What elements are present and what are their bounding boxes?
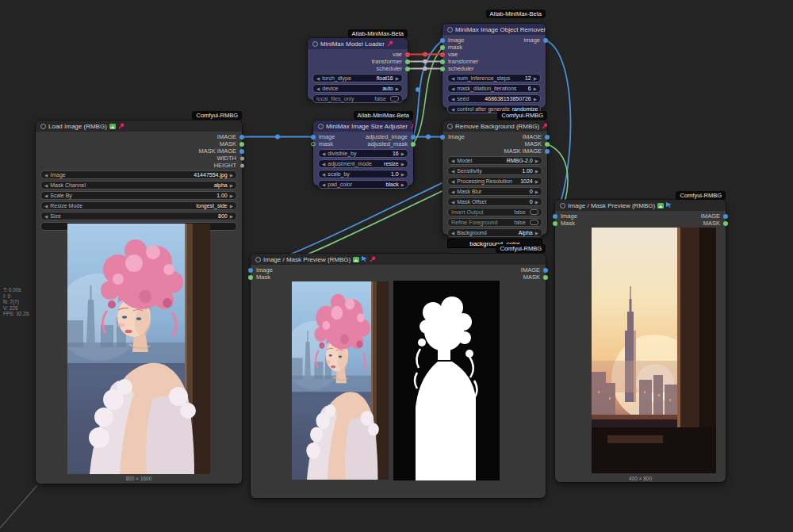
collapse-dot-icon[interactable] (312, 41, 318, 47)
right-arrow-icon[interactable] (535, 169, 538, 174)
right-arrow-icon[interactable] (396, 86, 399, 91)
left-arrow-icon[interactable] (44, 173, 48, 178)
slot-row-image[interactable]: ImageIMAGE (251, 266, 546, 274)
left-arrow-icon[interactable] (451, 107, 454, 112)
node-load-image-rmbg[interactable]: Load Image (RMBG) IMAGE MASK MASK IMAGE … (36, 121, 242, 484)
slot-dot[interactable] (239, 135, 244, 140)
output-slot-scheduler[interactable]: scheduler (308, 65, 408, 72)
slot-row-image[interactable]: ImageIMAGE (442, 133, 547, 140)
input-slot-transformer[interactable]: transformer (442, 58, 546, 65)
widget-mask-offset[interactable]: Mask Offset0 (447, 197, 542, 206)
slot-dot[interactable] (405, 59, 410, 64)
left-arrow-icon[interactable] (316, 76, 320, 81)
node-header[interactable]: Remove Background (RMBG) (442, 121, 547, 132)
right-arrow-icon[interactable] (535, 231, 538, 235)
widget-image[interactable]: Image41447554.jpg (40, 170, 237, 179)
slot-row-mask[interactable]: MaskMASK (555, 220, 726, 227)
node-minimax-image-size-adjuster[interactable]: MiniMax Image Size Adjuster imageadjuste… (313, 121, 413, 186)
left-arrow-icon[interactable] (451, 179, 454, 184)
slot-dot[interactable] (543, 268, 548, 273)
slot-dot[interactable] (239, 149, 244, 154)
collapse-dot-icon[interactable] (255, 257, 261, 262)
output-slot-transformer[interactable]: transformer (308, 58, 408, 65)
widget-invert-output[interactable]: Invert Outputfalse (447, 208, 542, 216)
toggle-icon[interactable] (530, 209, 538, 215)
right-arrow-icon[interactable] (230, 173, 233, 178)
toggle-icon[interactable] (390, 96, 399, 101)
output-slot-vae[interactable]: vae (308, 51, 408, 58)
left-arrow-icon[interactable] (316, 86, 320, 91)
slot-dot[interactable] (440, 67, 445, 71)
collapse-dot-icon[interactable] (447, 27, 453, 33)
right-arrow-icon[interactable] (230, 183, 233, 188)
left-arrow-icon[interactable] (44, 214, 48, 219)
left-arrow-icon[interactable] (451, 169, 454, 174)
slot-dot[interactable] (240, 163, 244, 167)
input-slot-scheduler[interactable]: scheduler (442, 65, 546, 72)
slot-dot[interactable] (440, 59, 445, 64)
widget-device[interactable]: deviceauto (312, 84, 403, 93)
widget-mask-blur[interactable]: Mask Blur0 (447, 187, 542, 196)
slot-row-image[interactable]: ImageIMAGE (555, 212, 726, 220)
slot-dot[interactable] (553, 214, 557, 219)
slot-dot[interactable] (311, 135, 316, 140)
collapse-dot-icon[interactable] (40, 124, 46, 129)
output-slot-mask-image[interactable]: MASK IMAGE (442, 147, 547, 155)
input-slot-vae[interactable]: vae (442, 51, 546, 58)
widget-torch-dtype[interactable]: torch_dtypefloat16 (312, 74, 403, 82)
slot-dot[interactable] (248, 268, 253, 273)
node-header[interactable]: Image / Mask Preview (RMBG) (251, 254, 546, 265)
widget-mask-channel[interactable]: Mask Channelalpha (40, 181, 237, 189)
left-arrow-icon[interactable] (451, 159, 454, 163)
right-arrow-icon[interactable] (535, 179, 538, 184)
node-remove-background-rmbg[interactable]: Remove Background (RMBG) ImageIMAGE MASK… (442, 121, 547, 235)
slot-dot[interactable] (440, 52, 445, 57)
left-arrow-icon[interactable] (322, 172, 325, 177)
slot-dot[interactable] (545, 135, 550, 140)
left-arrow-icon[interactable] (451, 76, 454, 81)
right-arrow-icon[interactable] (535, 200, 538, 205)
left-arrow-icon[interactable] (44, 193, 48, 198)
left-arrow-icon[interactable] (322, 182, 325, 187)
slot-row-mask[interactable]: maskadjusted_mask (313, 140, 413, 147)
node-header[interactable]: MiniMax Image Object Remover (442, 24, 546, 35)
right-arrow-icon[interactable] (534, 86, 537, 91)
slot-row-mask[interactable]: MaskMASK (251, 274, 546, 281)
widget-seed[interactable]: seed468638153850726 (447, 94, 541, 103)
node-minimax-model-loader[interactable]: MiniMax Model Loader vae transformer sch… (308, 38, 408, 100)
output-slot-image[interactable]: IMAGE (36, 133, 242, 140)
node-header[interactable]: Image / Mask Preview (RMBG) (555, 200, 726, 211)
node-image-mask-preview-center[interactable]: Image / Mask Preview (RMBG) ImageIMAGE M… (251, 254, 546, 498)
slot-dot[interactable] (723, 214, 728, 219)
node-minimax-image-object-remover[interactable]: MiniMax Image Object Remover imageimage … (442, 24, 546, 108)
toggle-icon[interactable] (530, 220, 538, 225)
widget-num-inference-steps[interactable]: num_inference_steps12 (447, 74, 541, 82)
widget-model[interactable]: ModelRMBG-2.0 (447, 156, 542, 165)
widget-scale-by[interactable]: Scale By1.00 (40, 191, 237, 200)
left-arrow-icon[interactable] (322, 151, 325, 156)
right-arrow-icon[interactable] (401, 182, 404, 187)
widget-processing-resolution[interactable]: Processing Resolution1024 (447, 177, 542, 186)
right-arrow-icon[interactable] (230, 204, 233, 209)
widget-scale-by[interactable]: scale_by1.0 (318, 170, 408, 178)
output-slot-height[interactable]: HEIGHT (36, 162, 242, 169)
slot-row-image[interactable]: imageadjusted_image (313, 133, 413, 140)
widget-size[interactable]: Size800 (40, 212, 237, 220)
right-arrow-icon[interactable] (401, 162, 404, 166)
right-arrow-icon[interactable] (230, 193, 233, 198)
slot-dot[interactable] (311, 142, 316, 147)
right-arrow-icon[interactable] (534, 76, 537, 81)
output-slot-mask[interactable]: MASK (36, 140, 242, 147)
right-arrow-icon[interactable] (535, 159, 538, 163)
slot-dot[interactable] (723, 221, 728, 226)
slot-dot[interactable] (239, 142, 244, 147)
node-header[interactable]: MiniMax Model Loader (308, 38, 408, 49)
slot-dot[interactable] (440, 38, 445, 43)
right-arrow-icon[interactable] (396, 76, 399, 81)
right-arrow-icon[interactable] (535, 189, 538, 194)
widget-divisible-by[interactable]: divisible_by16 (318, 149, 408, 158)
widget-resize-mode[interactable]: Resize Modelongest_side (40, 201, 237, 210)
widget-mask-dilation-iterations[interactable]: mask_dilation_iterations6 (447, 84, 541, 93)
node-header[interactable]: Load Image (RMBG) (36, 121, 242, 132)
slot-dot[interactable] (440, 135, 445, 140)
